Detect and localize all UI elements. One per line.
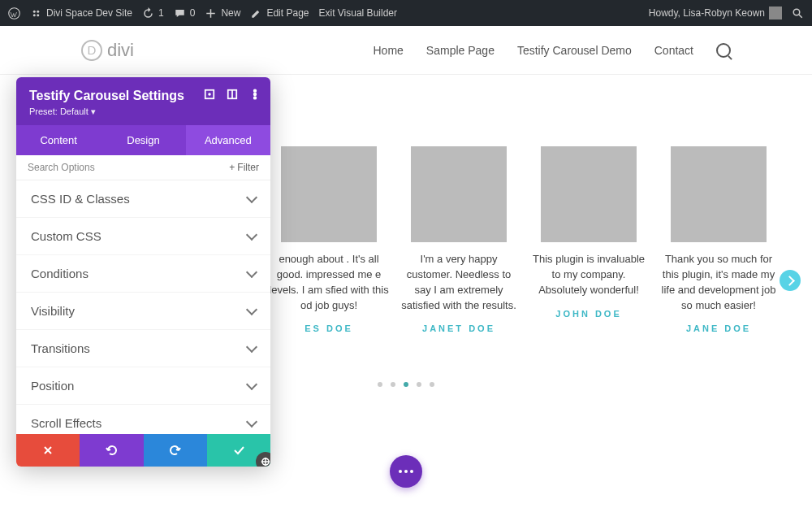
testimonial-author: JANE DOE xyxy=(658,323,780,336)
chevron-down-icon xyxy=(246,415,257,427)
testimonial-text: I'm a very happy customer. Needless to s… xyxy=(398,252,520,313)
tab-content[interactable]: Content xyxy=(16,125,101,155)
section-scroll-effects[interactable]: Scroll Effects xyxy=(16,405,270,434)
site-header: D divi Home Sample Page Testify Carousel… xyxy=(0,26,812,75)
wp-admin-bar: Divi Space Dev Site 1 0 New Edit Page Ex… xyxy=(0,0,812,26)
chevron-down-icon xyxy=(246,303,257,315)
sections-list[interactable]: CSS ID & Classes Custom CSS Conditions V… xyxy=(16,180,270,434)
panel-tabs: Content Design Advanced xyxy=(16,125,270,155)
columns-icon[interactable] xyxy=(227,89,238,100)
svg-point-7 xyxy=(209,93,210,95)
chevron-down-icon xyxy=(246,228,257,240)
divi-builder-fab[interactable] xyxy=(390,455,422,488)
section-css-id-classes[interactable]: CSS ID & Classes xyxy=(16,180,270,218)
chevron-down-icon xyxy=(246,341,257,352)
svg-point-12 xyxy=(254,97,257,99)
more-icon[interactable] xyxy=(249,89,261,100)
testimonial-card: enough about . It's all good. impressed … xyxy=(268,146,390,336)
search-options-input[interactable]: Search Options xyxy=(28,162,95,173)
carousel-dots xyxy=(378,382,434,387)
chevron-down-icon xyxy=(246,378,257,389)
updates-link[interactable]: 1 xyxy=(142,7,164,20)
nav-testify-demo[interactable]: Testify Carousel Demo xyxy=(517,44,632,57)
undo-button[interactable] xyxy=(80,434,143,467)
testimonial-text: This plugin is invaluable to my company.… xyxy=(528,252,650,298)
search-icon[interactable] xyxy=(792,7,804,20)
chevron-down-icon xyxy=(246,266,257,277)
testimonial-card: Thank you so much for this plugin, it's … xyxy=(658,146,780,336)
panel-footer xyxy=(16,434,270,467)
testimonial-image xyxy=(411,146,507,242)
section-position[interactable]: Position xyxy=(16,367,270,405)
redo-button[interactable] xyxy=(144,434,207,467)
nav-home[interactable]: Home xyxy=(374,44,404,57)
svg-point-2 xyxy=(37,10,39,12)
new-link[interactable]: New xyxy=(205,7,240,20)
comments-link[interactable]: 0 xyxy=(174,7,196,20)
exit-visual-builder[interactable]: Exit Visual Builder xyxy=(318,7,397,19)
tab-design[interactable]: Design xyxy=(101,125,185,155)
logo-icon: D xyxy=(81,40,102,61)
testimonial-text: enough about . It's all good. impressed … xyxy=(268,252,390,313)
testimonial-card: I'm a very happy customer. Needless to s… xyxy=(398,146,520,336)
section-transitions[interactable]: Transitions xyxy=(16,330,270,367)
site-name-link[interactable]: Divi Space Dev Site xyxy=(30,7,132,20)
carousel-next-button[interactable] xyxy=(780,270,801,291)
svg-point-0 xyxy=(9,7,20,19)
testimonial-image xyxy=(671,146,767,242)
nav-contact[interactable]: Contact xyxy=(654,44,693,57)
section-custom-css[interactable]: Custom CSS xyxy=(16,218,270,255)
testimonial-author: ES DOE xyxy=(268,323,390,336)
section-visibility[interactable]: Visibility xyxy=(16,293,270,330)
logo[interactable]: D divi xyxy=(81,40,134,61)
avatar xyxy=(769,7,782,20)
svg-point-4 xyxy=(37,14,39,16)
testimonial-carousel: enough about . It's all good. impressed … xyxy=(268,146,780,336)
filter-button[interactable]: + Filter xyxy=(229,162,259,173)
testimonial-card: This plugin is invaluable to my company.… xyxy=(528,146,650,336)
testimonial-author: JANET DOE xyxy=(398,323,520,336)
testimonial-text: Thank you so much for this plugin, it's … xyxy=(658,252,780,313)
carousel-dot[interactable] xyxy=(391,382,395,387)
expand-icon[interactable] xyxy=(204,89,215,100)
search-icon[interactable] xyxy=(716,43,731,58)
chevron-down-icon xyxy=(246,191,257,202)
cancel-button[interactable] xyxy=(16,434,80,467)
drag-handle[interactable] xyxy=(256,452,270,467)
preset-selector[interactable]: Preset: Default ▾ xyxy=(29,106,257,117)
main-nav: Home Sample Page Testify Carousel Demo C… xyxy=(374,43,732,58)
testimonial-author: JOHN DOE xyxy=(528,308,650,321)
nav-sample-page[interactable]: Sample Page xyxy=(426,44,495,57)
panel-header[interactable]: Testify Carousel Settings Preset: Defaul… xyxy=(16,77,270,125)
wp-logo[interactable] xyxy=(8,7,20,20)
carousel-dot[interactable] xyxy=(430,382,434,387)
testimonial-image xyxy=(541,146,637,242)
edit-page-link[interactable]: Edit Page xyxy=(250,7,309,20)
svg-point-3 xyxy=(33,14,36,16)
testimonial-image xyxy=(281,146,377,242)
svg-point-10 xyxy=(254,89,257,92)
section-conditions[interactable]: Conditions xyxy=(16,255,270,293)
settings-panel: Testify Carousel Settings Preset: Defaul… xyxy=(16,77,270,467)
svg-point-11 xyxy=(254,93,257,96)
carousel-dot[interactable] xyxy=(417,382,421,387)
carousel-dot[interactable] xyxy=(378,382,382,387)
svg-point-5 xyxy=(793,9,800,15)
howdy-user[interactable]: Howdy, Lisa-Robyn Keown xyxy=(649,7,782,20)
svg-point-1 xyxy=(33,10,36,12)
carousel-dot[interactable] xyxy=(404,382,408,387)
tab-advanced[interactable]: Advanced xyxy=(186,125,270,155)
